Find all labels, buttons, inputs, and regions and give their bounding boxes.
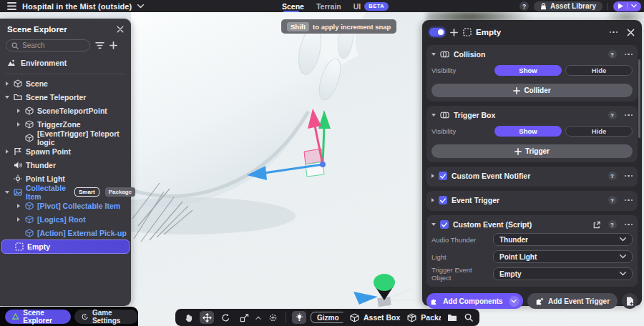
move-tool-button[interactable]: [200, 311, 214, 324]
help-icon[interactable]: ?: [608, 196, 617, 204]
enabled-checkbox[interactable]: [440, 220, 449, 229]
filter-icon[interactable]: [95, 41, 104, 49]
add-collider-button[interactable]: Collider: [431, 84, 633, 97]
bag-icon: [540, 3, 547, 10]
inspector-panel: Empty Collision ? Visibility Show Hide C…: [422, 20, 642, 306]
tab-ui[interactable]: UIBETA: [353, 0, 389, 12]
tree-item-sceneteleportpoint[interactable]: SceneTeleportPoint: [0, 104, 131, 117]
enabled-checkbox[interactable]: [439, 196, 447, 204]
section-trigger-box: Trigger Box ? Visibility Show Hide Trigg…: [426, 106, 638, 162]
cube-icon: [25, 229, 34, 237]
caret-icon[interactable]: [4, 191, 10, 194]
add-event-trigger-button[interactable]: Add Event Trigger: [527, 293, 618, 309]
caret-icon[interactable]: [431, 198, 434, 202]
tree-item-action-external-pickup[interactable]: [Action] External Pick-up: [0, 226, 131, 239]
snap-tool-button[interactable]: [265, 311, 280, 324]
help-icon[interactable]: ?: [608, 50, 617, 59]
tab-terrain[interactable]: Terrain: [316, 0, 341, 12]
more-options-icon[interactable]: [625, 175, 633, 177]
environment-item[interactable]: Environment: [7, 56, 131, 70]
close-icon[interactable]: [627, 29, 635, 36]
caret-icon[interactable]: [431, 53, 436, 56]
shift-keycap: Shift: [287, 22, 309, 31]
light-toggle-button[interactable]: [292, 311, 306, 324]
chevron-down-icon[interactable]: [631, 4, 637, 8]
add-icon[interactable]: [450, 29, 458, 36]
help-icon[interactable]: ?: [519, 1, 529, 11]
hamburger-menu-icon[interactable]: [7, 2, 16, 10]
tree-item-empty-selected[interactable]: Empty: [1, 239, 130, 254]
show-button[interactable]: Show: [494, 126, 562, 137]
search-icon[interactable]: [464, 313, 473, 322]
add-components-button[interactable]: Add Components: [426, 293, 523, 309]
rotate-tool-button[interactable]: [218, 311, 233, 324]
trigger-event-object-dropdown[interactable]: Empty: [493, 267, 633, 280]
hide-button[interactable]: Hide: [565, 65, 633, 76]
tree-item-logics-root[interactable]: [Logics] Root: [0, 212, 131, 226]
search-field[interactable]: [6, 39, 90, 51]
search-input[interactable]: [22, 41, 79, 49]
caret-icon[interactable]: [16, 109, 21, 113]
tree-item-scene[interactable]: Scene: [0, 76, 131, 90]
more-options-icon[interactable]: [625, 54, 633, 56]
gizmo-button[interactable]: Gizmo: [311, 312, 346, 323]
help-icon[interactable]: ?: [608, 220, 617, 229]
scale-tool-button[interactable]: [237, 311, 251, 324]
scene-explorer-button[interactable]: Scene Explorer: [5, 310, 71, 324]
lightbulb-icon: [295, 313, 304, 322]
project-title[interactable]: Hospital in the Mist (outside): [22, 2, 132, 11]
close-icon[interactable]: [117, 26, 124, 33]
tree-item-eventtrigger-teleport-logic[interactable]: [EventTrigger] Teleport logic: [0, 131, 131, 144]
tree-item-spawn-point[interactable]: Spawn Point: [0, 144, 131, 158]
more-options-icon[interactable]: [625, 199, 633, 202]
audio-thunder-dropdown[interactable]: Thunder: [493, 233, 633, 246]
caret-icon[interactable]: [431, 174, 434, 178]
caret-icon[interactable]: [431, 223, 436, 226]
chevron-down-icon: [620, 237, 626, 242]
caret-icon[interactable]: [16, 217, 21, 222]
tool-expand-chevron-icon[interactable]: [255, 316, 261, 320]
caret-icon[interactable]: [16, 122, 21, 127]
rotate-icon: [221, 313, 230, 322]
asset-box-button[interactable]: Asset Box: [364, 313, 400, 322]
chevron-down-icon[interactable]: [509, 296, 519, 307]
caret-icon[interactable]: [4, 82, 10, 86]
speaker-icon: [14, 161, 22, 169]
object-enabled-toggle[interactable]: [429, 28, 445, 36]
asset-library-button[interactable]: Asset Library: [534, 1, 602, 11]
tab-scene[interactable]: Scene: [282, 0, 304, 12]
more-options-icon[interactable]: [625, 224, 633, 226]
more-options-icon[interactable]: [625, 114, 633, 117]
tree-item-pivot-collectable-item[interactable]: [Pivot] Collectable Item: [0, 199, 131, 212]
folder-icon[interactable]: [447, 313, 457, 322]
add-icon[interactable]: [109, 41, 117, 49]
scale-icon: [240, 313, 249, 322]
move-gizmo[interactable]: [247, 107, 340, 186]
help-icon[interactable]: ?: [608, 111, 617, 119]
help-icon[interactable]: ?: [608, 172, 617, 180]
add-script-button[interactable]: [622, 293, 638, 309]
caret-icon[interactable]: [4, 96, 10, 99]
light-dropdown[interactable]: Point Light: [493, 250, 633, 263]
tree-item-collectable-item[interactable]: Collectable Item Smart Package: [0, 185, 131, 199]
caret-icon[interactable]: [4, 149, 10, 154]
pan-tool-button[interactable]: [181, 311, 195, 324]
game-settings-button[interactable]: Game Settings: [74, 310, 138, 324]
add-trigger-button[interactable]: Trigger: [431, 144, 633, 158]
caret-icon[interactable]: [431, 114, 436, 117]
play-button[interactable]: [613, 1, 641, 11]
inspector-scrollbar[interactable]: [638, 59, 640, 138]
field-label: Light: [431, 253, 493, 261]
hand-icon: [184, 313, 193, 322]
open-external-icon[interactable]: [592, 221, 600, 229]
more-options-icon[interactable]: [610, 31, 618, 34]
enabled-checkbox[interactable]: [439, 172, 447, 180]
caret-icon[interactable]: [16, 204, 21, 208]
tree-item-scene-teleporter[interactable]: Scene Teleporter: [0, 90, 131, 104]
chevron-down-icon[interactable]: [137, 4, 144, 9]
divider: [6, 74, 125, 74]
show-button[interactable]: Show: [494, 65, 562, 76]
hide-button[interactable]: Hide: [565, 126, 633, 137]
snap-tooltip: Shift to apply increment snap: [281, 19, 396, 34]
tree-item-thunder[interactable]: Thunder: [0, 158, 131, 172]
